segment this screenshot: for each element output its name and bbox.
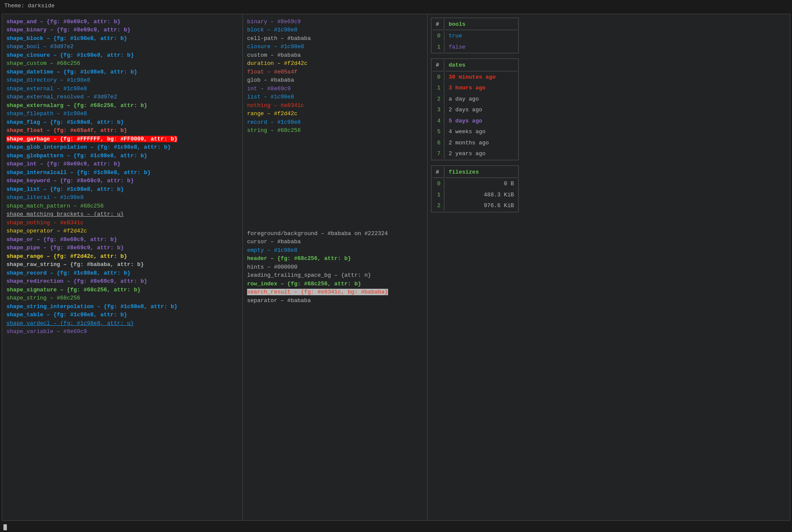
mid-line: int – #8e69c9 (247, 85, 423, 93)
row-value: 488.3 KiB (445, 190, 517, 200)
left-line: shape_datetime – {fg: #1c98e8, attr: b} (6, 68, 238, 76)
table-row: 54 weeks ago (432, 127, 517, 137)
row-index: 1 (432, 83, 444, 93)
left-line: shape_glob_interpolation – {fg: #1c98e8,… (6, 143, 238, 152)
left-line: shape_globpattern – {fg: #1c98e8, attr: … (6, 152, 238, 160)
mid-line: record – #1c98e8 (247, 118, 423, 127)
mid-bottom-line: leading_trailing_space_bg – {attr: n} (247, 271, 423, 280)
table-row: 00 B (432, 179, 517, 189)
mid-bottom-line: foreground/background – #bababa on #2223… (247, 229, 423, 238)
row-index: 1 (432, 42, 444, 52)
row-value: 4 weeks ago (445, 127, 517, 137)
table-row: 030 minutes ago (432, 72, 517, 83)
mid-line: string – #68c256 (247, 126, 423, 135)
mid-line: cell-path – #bababa (247, 34, 423, 43)
left-line: shape_keyword – {fg: #8e69c9, attr: b} (6, 177, 238, 185)
mid-line: float – #e05a4f (247, 68, 423, 76)
left-line: shape_string_interpolation – {fg: #1c98e… (6, 303, 238, 311)
left-line: shape_internalcall – {fg: #1c98e8, attr:… (6, 168, 238, 177)
mid-bottom-line: empty – #1c98e8 (247, 246, 423, 255)
left-line: shape_match_pattern – #68c256 (6, 202, 238, 211)
row-value: 30 minutes ago (445, 72, 517, 83)
row-value: 2 days ago (445, 105, 517, 115)
left-line: shape_externalarg – {fg: #68c256, attr: … (6, 101, 238, 110)
mid-line: nothing – #e8341c (247, 101, 423, 110)
left-line: shape_operator – #f2d42c (6, 227, 238, 235)
dates-hash-header: # (432, 60, 444, 71)
row-index: 7 (432, 149, 444, 159)
mid-bottom-line: header – {fg: #68c256, attr: b} (247, 254, 423, 263)
row-value: 0 B (445, 179, 517, 189)
row-value: 976.6 KiB (445, 201, 517, 211)
left-line: shape_table – {fg: #1c98e8, attr: b} (6, 311, 238, 319)
left-line: shape_signature – {fg: #68c256, attr: b} (6, 286, 238, 294)
left-line: shape_closure – {fg: #1c98e8, attr: b} (6, 51, 238, 60)
left-line: shape_record – {fg: #1c98e8, attr: b} (6, 269, 238, 278)
left-line: shape_int – {fg: #8e69c9, attr: b} (6, 160, 238, 168)
row-index: 1 (432, 190, 444, 200)
cursor-block (3, 524, 7, 530)
left-line: shape_list – {fg: #1c98e8, attr: b} (6, 185, 238, 194)
left-line: shape_nothing – #e8341c (6, 219, 238, 227)
dates-label-header: dates (445, 60, 517, 71)
row-index: 2 (432, 201, 444, 211)
filesizes-label-header: filesizes (445, 167, 517, 178)
dates-table: # dates 030 minutes ago13 hours ago2a da… (431, 58, 519, 160)
row-index: 4 (432, 116, 444, 126)
row-value: 2 months ago (445, 138, 517, 148)
mid-line: range – #f2d42c (247, 110, 423, 118)
row-value: a day ago (445, 94, 517, 104)
row-value: false (445, 42, 517, 52)
left-line: shape_literal – #1c98e8 (6, 193, 238, 202)
table-row: 13 hours ago (432, 83, 517, 93)
table-row: 32 days ago (432, 105, 517, 115)
mid-line: glob – #bababa (247, 76, 423, 85)
mid-bottom-line: search_result – {fg: #e8341c, bg: #babab… (247, 288, 423, 297)
mid-bottom-line: cursor – #bababa (247, 238, 423, 246)
mid-bottom-line: separator – #bababa (247, 297, 423, 305)
row-index: 5 (432, 127, 444, 137)
bools-table: # bools 0true1false (431, 18, 519, 54)
row-value: 5 days ago (445, 116, 517, 126)
left-line: shape_and – {fg: #8e69c9, attr: b} (6, 18, 238, 26)
mid-line: block – #1c98e8 (247, 26, 423, 34)
left-line: shape_range – {fg: #f2d42c, attr: b} (6, 252, 238, 261)
left-line: shape_float – {fg: #e05a4f, attr: b} (6, 126, 238, 135)
row-index: 0 (432, 179, 444, 189)
row-index: 3 (432, 105, 444, 115)
filesizes-table: # filesizes 00 B1488.3 KiB2976.6 KiB (431, 165, 519, 212)
left-line: shape_flag – {fg: #1c98e8, attr: b} (6, 118, 238, 127)
left-line: shape_external_resolved – #3d97e2 (6, 93, 238, 101)
left-line: shape_or – {fg: #8e69c9, attr: b} (6, 235, 238, 244)
left-line: shape_custom – #68c256 (6, 59, 238, 68)
mid-line: custom – #bababa (247, 51, 423, 60)
left-line: shape_pipe – {fg: #8e69c9, attr: b} (6, 244, 238, 252)
right-column: # bools 0true1false # dates 030 minutes … (428, 14, 522, 520)
row-value: 2 years ago (445, 149, 517, 159)
row-value: 3 hours ago (445, 83, 517, 93)
bools-label-header: bools (445, 19, 517, 31)
left-column: shape_and – {fg: #8e69c9, attr: b}shape_… (2, 14, 243, 520)
left-line: shape_directory – #1c98e8 (6, 76, 238, 85)
main-container: shape_and – {fg: #8e69c9, attr: b}shape_… (2, 14, 790, 521)
theme-header: Theme: darkside (0, 0, 792, 12)
table-row: 62 months ago (432, 138, 517, 148)
left-line: shape_block – {fg: #1c98e8, attr: b} (6, 34, 238, 43)
bools-hash-header: # (432, 19, 444, 31)
mid-line: binary – #8e69c9 (247, 18, 423, 26)
row-index: 0 (432, 72, 444, 83)
left-line: shape_filepath – #1c98e8 (6, 110, 238, 118)
table-row: 0true (432, 31, 517, 41)
left-line: shape_redirection – {fg: #8e69c9, attr: … (6, 277, 238, 286)
left-line: shape_binary – {fg: #8e69c9, attr: b} (6, 26, 238, 34)
row-index: 2 (432, 94, 444, 104)
left-line: shape_vardecl – {fg: #1c98e8, attr: u} (6, 319, 238, 328)
mid-bottom-line: row_index – {fg: #68c256, attr: b} (247, 280, 423, 288)
table-row: 1488.3 KiB (432, 190, 517, 200)
row-index: 0 (432, 31, 444, 41)
table-row: 2a day ago (432, 94, 517, 104)
left-line: shape_variable – #8e69c9 (6, 327, 238, 336)
mid-line: closure – #1c98e8 (247, 43, 423, 51)
left-line: shape_garbage – {fg: #FFFFFF, bg: #FF000… (6, 135, 238, 144)
table-row: 2976.6 KiB (432, 201, 517, 211)
